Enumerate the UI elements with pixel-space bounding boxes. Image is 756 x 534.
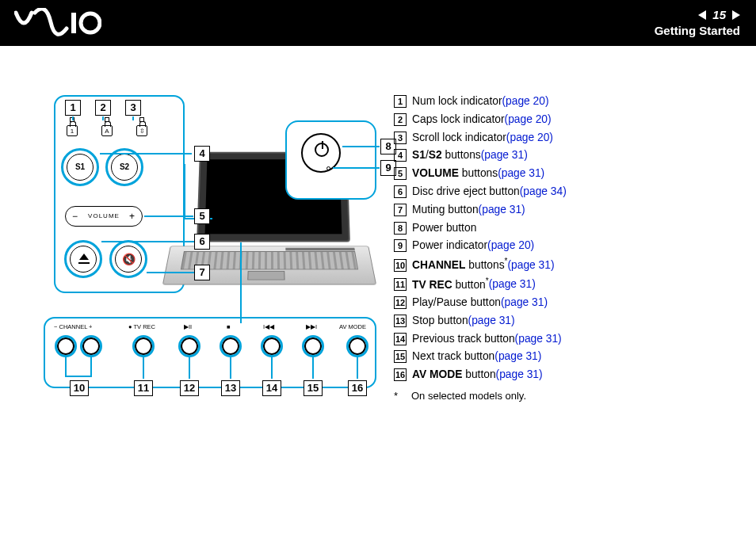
legend-number: 5	[394, 167, 407, 180]
legend-text: Power button	[412, 219, 476, 237]
legend-text: AV MODE button	[412, 366, 496, 383]
legend-row: 5VOLUME buttons (page 31)	[394, 165, 567, 182]
s2-button-icon: S2	[111, 154, 138, 181]
label-channel: − CHANNEL +	[54, 323, 93, 330]
label-prev: I◀◀	[263, 323, 274, 330]
page-link[interactable]: (page 31)	[494, 348, 541, 365]
channel-up-icon	[82, 338, 100, 355]
legend-number: 3	[394, 132, 407, 144]
legend-text: Play/Pause button	[412, 294, 501, 311]
legend-text: Scroll lock indicator	[412, 129, 506, 147]
tvrec-icon	[135, 338, 152, 355]
callout-11: 11	[134, 380, 153, 396]
page-link[interactable]: (page 31)	[501, 294, 548, 311]
page-link[interactable]: (page 31)	[498, 165, 544, 182]
legend-number: 7	[394, 204, 407, 216]
callout-1: 1	[65, 100, 81, 116]
legend-number: 8	[394, 222, 407, 235]
capslock-icon: A	[101, 125, 113, 136]
page-header: 15 Getting Started	[0, 0, 756, 46]
legend-number: 12	[394, 296, 407, 309]
callout-13: 13	[221, 380, 240, 396]
legend-number: 6	[394, 185, 407, 198]
legend-number: 2	[394, 113, 407, 126]
page-link[interactable]: (page 20)	[505, 111, 552, 128]
callout-5: 5	[194, 208, 210, 224]
callout-6: 6	[194, 234, 210, 250]
page-link[interactable]: (page 31)	[468, 312, 515, 330]
power-led-icon	[326, 166, 330, 170]
prev-icon	[263, 338, 281, 355]
legend-number: 10	[394, 259, 407, 272]
legend-row: 4S1/S2 buttons (page 31)	[394, 147, 567, 164]
legend-row: 12Play/Pause button (page 31)	[394, 294, 567, 311]
next-page-arrow-icon[interactable]	[732, 10, 740, 20]
label-play: ▶II	[184, 323, 192, 330]
legend-row: 11TV REC button* (page 31)	[394, 275, 567, 293]
page-link[interactable]: (page 20)	[502, 93, 548, 110]
avmode-icon	[349, 338, 366, 355]
next-icon	[304, 338, 322, 355]
stop-icon	[222, 338, 239, 355]
label-next: ▶▶I	[306, 323, 317, 330]
mute-button-icon: 🔇	[115, 246, 142, 273]
legend-text: Num lock indicator	[412, 93, 502, 110]
legend-list: 1Num lock indicator (page 20)2Caps lock …	[394, 93, 567, 404]
numlock-icon: 1	[67, 125, 78, 136]
legend-row: 2Caps lock indicator (page 20)	[394, 111, 567, 128]
legend-text: S1/S2 buttons	[412, 147, 481, 164]
legend-row: 1Num lock indicator (page 20)	[394, 93, 567, 110]
legend-row: 9Power indicator (page 20)	[394, 237, 567, 254]
play-icon	[181, 338, 198, 355]
callout-15: 15	[304, 380, 323, 396]
label-stop: ■	[227, 323, 231, 330]
legend-number: 15	[394, 350, 407, 363]
page-nav: 15	[698, 8, 740, 21]
page-link[interactable]: (page 20)	[506, 129, 553, 147]
legend-text: Power indicator	[412, 237, 487, 254]
prev-page-arrow-icon[interactable]	[698, 10, 706, 20]
page-link[interactable]: (page 31)	[481, 147, 528, 164]
legend-row: 3Scroll lock indicator (page 20)	[394, 129, 567, 147]
legend-text: TV REC button*	[412, 275, 489, 293]
legend-number: 14	[394, 333, 407, 345]
page-link[interactable]: (page 31)	[489, 276, 536, 293]
page-link[interactable]: (page 31)	[515, 330, 562, 348]
callout-7: 7	[194, 265, 210, 280]
page-link[interactable]: (page 31)	[496, 366, 543, 383]
page-link[interactable]: (page 31)	[479, 201, 525, 219]
legend-row: 14Previous track button (page 31)	[394, 330, 567, 348]
legend-number: 11	[394, 278, 407, 291]
s1-button-icon: S1	[67, 154, 94, 181]
page-number: 15	[712, 8, 726, 21]
legend-text: Caps lock indicator	[412, 111, 505, 128]
channel-down-icon	[57, 338, 74, 355]
legend-text: VOLUME buttons	[412, 165, 498, 182]
volume-button-icon: VOLUME	[65, 206, 143, 227]
callout-14: 14	[262, 380, 281, 396]
legend-footnote: *On selected models only.	[394, 388, 567, 405]
legend-text: Next track button	[412, 348, 494, 365]
svg-rect-0	[71, 13, 76, 33]
lock-indicators: 1 A ⇳	[67, 117, 147, 136]
callout-2: 2	[95, 100, 111, 116]
legend-number: 1	[394, 95, 407, 108]
callout-3: 3	[125, 100, 141, 116]
legend-text: Stop button	[412, 312, 468, 330]
legend-row: 16AV MODE button (page 31)	[394, 366, 567, 383]
page-link[interactable]: (page 20)	[487, 237, 534, 254]
label-tvrec: ● TV REC	[128, 323, 155, 330]
legend-row: 13Stop button (page 31)	[394, 312, 567, 330]
legend-text: CHANNEL buttons*	[412, 255, 507, 273]
legend-row: 10CHANNEL buttons* (page 31)	[394, 255, 567, 273]
svg-point-1	[81, 13, 100, 32]
legend-number: 16	[394, 368, 407, 381]
legend-text: Previous track button	[412, 330, 515, 348]
callout-4: 4	[194, 146, 210, 162]
callout-16: 16	[348, 380, 367, 396]
legend-number: 4	[394, 149, 407, 162]
page-link[interactable]: (page 31)	[507, 257, 554, 274]
page-link[interactable]: (page 34)	[520, 183, 567, 200]
legend-row: 8Power button	[394, 219, 567, 237]
scrolllock-icon: ⇳	[136, 125, 147, 136]
